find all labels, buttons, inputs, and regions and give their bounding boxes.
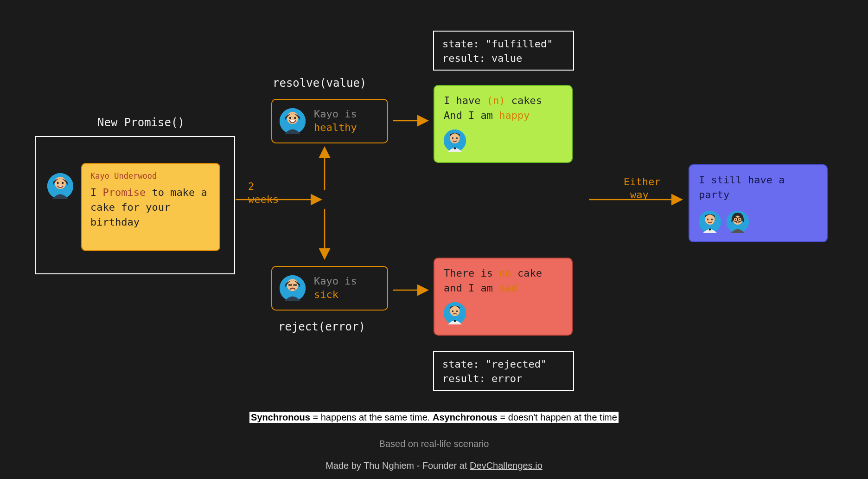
avatar-kayo-healthy [280,108,306,134]
svg-point-9 [62,181,64,184]
healthy-box: Kayo is healthy [271,99,388,143]
avatar-girl-party [727,211,749,233]
sick-box: Kayo is sick [271,266,388,311]
footer-based-on: Based on real-life scenario [0,439,868,449]
new-promise-container: Kayo Underwood I Promise to make a cake … [35,136,235,274]
party-box: I still have a party [689,164,828,242]
promise-card-name: Kayo Underwood [90,171,211,181]
devchallenges-link[interactable]: DevChallenges.io [470,460,542,471]
promise-card: Kayo Underwood I Promise to make a cake … [81,163,220,251]
avatar-boy-happy [444,129,466,152]
reject-label: reject(error) [278,320,365,333]
sad-text: There is no cake and I am sad [444,266,562,296]
svg-point-22 [452,137,453,139]
two-weeks-label: 2weeks [248,180,279,206]
svg-point-15 [287,279,299,291]
avatar-kayo-promise [47,173,73,199]
svg-point-40 [735,219,736,220]
svg-point-27 [452,310,453,312]
state-rejected-box: state: "rejected" result: error [433,351,574,391]
footer: Synchronous = happens at the same time. … [0,412,868,471]
sick-text: Kayo is sick [314,275,357,301]
party-text: I still have a party [699,173,817,202]
svg-point-13 [294,117,296,119]
svg-point-32 [707,218,708,220]
avatar-kayo-sick [280,275,306,301]
svg-point-28 [456,310,458,312]
svg-point-34 [709,228,711,231]
either-way-label: Either way [624,175,660,201]
svg-point-8 [57,181,59,184]
happy-box: I have (n) cakes And I am happy [434,85,573,163]
new-promise-label: New Promise() [97,116,185,129]
sad-box: There is no cake and I am sad [434,258,573,336]
svg-point-41 [739,219,740,220]
happy-text: I have (n) cakes And I am happy [444,93,562,123]
svg-point-29 [454,320,456,322]
resolve-label: resolve(value) [273,77,366,90]
footer-sync-async: Synchronous = happens at the same time. … [249,412,619,423]
avatar-boy-party [699,211,721,233]
state-fulfilled-box: state: "fulfilled" result: value [433,31,574,71]
healthy-text: Kayo is healthy [314,108,357,134]
svg-point-24 [454,147,456,149]
promise-card-text: I Promise to make a cake for your birthd… [90,185,211,230]
avatar-boy-sad [444,302,466,324]
svg-point-12 [289,117,291,119]
svg-point-23 [456,137,458,139]
footer-credits: Made by Thu Nghiem - Founder at DevChall… [0,460,868,471]
svg-point-33 [711,218,713,220]
